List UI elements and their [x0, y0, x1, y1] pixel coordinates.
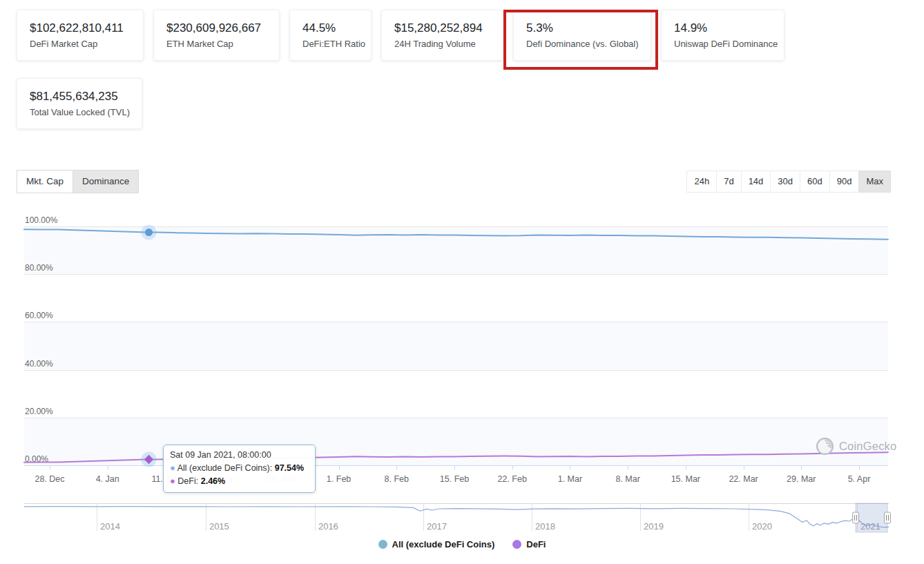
- stat-card-eth-market-cap: $230,609,926,667 ETH Market Cap: [153, 10, 280, 61]
- navigator-year-label: 2015: [209, 521, 229, 532]
- stat-label: 24H Trading Volume: [394, 37, 490, 51]
- stat-value: $81,455,634,235: [30, 88, 129, 106]
- stat-label: Total Value Locked (TVL): [30, 106, 129, 119]
- tooltip-series-value: 97.54%: [275, 463, 304, 473]
- stat-value: $15,280,252,894: [394, 20, 490, 37]
- y-axis-label: 40.00%: [25, 359, 53, 369]
- stat-card-defi-market-cap: $102,622,810,411 DeFi Market Cap: [17, 10, 144, 61]
- tooltip-series-label: DeFi:: [177, 476, 198, 486]
- tooltip-series-label: All (exclude DeFi Coins):: [177, 463, 273, 473]
- defi-dashboard: $102,622,810,411 DeFi Market Cap $230,60…: [0, 0, 924, 564]
- stat-cards-row-2: $81,455,634,235 Total Value Locked (TVL): [17, 78, 142, 129]
- tab-mkt-cap[interactable]: Mkt. Cap: [17, 170, 73, 193]
- navigator-handle-left[interactable]: [853, 512, 859, 523]
- x-axis-label: 4. Jan: [96, 474, 119, 484]
- stat-value: $102,622,810,411: [30, 20, 131, 37]
- watermark-text: CoinGecko: [839, 440, 896, 453]
- navigator-year-label: 2016: [318, 521, 338, 532]
- stat-card-total-value-locked: $81,455,634,235 Total Value Locked (TVL): [17, 78, 142, 129]
- tooltip-row-all: ● All (exclude DeFi Coins): 97.54%: [170, 462, 309, 475]
- series-bullet-defi: ●: [170, 476, 175, 486]
- tooltip-row-defi: ● DeFi: 2.46%: [170, 475, 309, 488]
- x-axis-label: 22. Mar: [729, 474, 758, 484]
- navigator-year-label: 2018: [535, 521, 555, 532]
- range-button-30d[interactable]: 30d: [770, 171, 800, 193]
- legend-dot-defi: [512, 540, 521, 549]
- x-axis-label: 5. Apr: [848, 474, 871, 484]
- navigator-year-label: 2019: [644, 521, 664, 532]
- x-axis-label: 22. Feb: [498, 474, 527, 484]
- stat-card-defi-dominance: 5.3% Defi Dominance (vs. Global): [513, 10, 651, 61]
- stat-card-uniswap-defi-dominance: 14.9% Uniswap DeFi Dominance: [661, 10, 785, 61]
- legend-item-defi[interactable]: DeFi: [512, 539, 546, 550]
- tooltip-date: Sat 09 Jan 2021, 08:00:00: [170, 449, 309, 462]
- stat-card-defi-eth-ratio: 44.5% DeFi:ETH Ratio: [289, 10, 372, 61]
- chart-type-tabs: Mkt. Cap Dominance: [17, 170, 139, 193]
- range-button-14d[interactable]: 14d: [741, 171, 771, 193]
- chart-tooltip: Sat 09 Jan 2021, 08:00:00 ● All (exclude…: [163, 445, 316, 493]
- stat-label: DeFi Market Cap: [30, 37, 131, 51]
- range-button-90d[interactable]: 90d: [829, 171, 860, 193]
- legend-item-all[interactable]: All (exclude DeFi Coins): [378, 539, 495, 550]
- range-button-7d[interactable]: 7d: [716, 171, 741, 193]
- stat-value: 44.5%: [302, 20, 358, 37]
- x-axis-label: 15. Mar: [671, 474, 700, 484]
- chart-legend: All (exclude DeFi Coins) DeFi: [0, 539, 924, 550]
- range-button-24h[interactable]: 24h: [686, 171, 717, 193]
- x-axis-label: 28. Dec: [35, 474, 64, 484]
- y-axis-label: 20.00%: [25, 407, 53, 416]
- range-selector: 24h 7d 14d 30d 60d 90d Max: [686, 171, 891, 193]
- legend-dot-all: [378, 540, 387, 549]
- y-axis-label: 80.00%: [25, 263, 53, 273]
- range-button-max[interactable]: Max: [858, 171, 891, 193]
- navigator-handle-right[interactable]: [884, 512, 890, 523]
- stat-label: ETH Market Cap: [166, 37, 267, 51]
- coingecko-logo-icon: [816, 437, 834, 456]
- legend-label: All (exclude DeFi Coins): [392, 539, 495, 550]
- x-axis-label: 29. Mar: [787, 474, 816, 484]
- y-axis-label: 100.00%: [25, 215, 58, 225]
- coingecko-watermark: CoinGecko: [816, 437, 896, 456]
- plot-band: [24, 322, 888, 369]
- x-axis-label: 15. Feb: [440, 474, 469, 484]
- stat-value: 14.9%: [674, 20, 771, 37]
- stat-label: Uniswap DeFi Dominance: [674, 37, 771, 51]
- navigator-selection[interactable]: [856, 503, 887, 532]
- x-axis-label: 8. Feb: [385, 474, 409, 484]
- stat-cards-row: $102,622,810,411 DeFi Market Cap $230,60…: [17, 10, 785, 61]
- series-bullet-all: ●: [170, 463, 175, 473]
- x-axis-label: 1. Feb: [327, 474, 351, 484]
- legend-label: DeFi: [526, 539, 546, 550]
- stat-label: DeFi:ETH Ratio: [302, 37, 358, 51]
- range-button-60d[interactable]: 60d: [800, 171, 830, 193]
- stat-label: Defi Dominance (vs. Global): [526, 37, 638, 51]
- navigator-year-label: 2014: [100, 521, 120, 532]
- stat-value: $230,609,926,667: [166, 20, 267, 37]
- navigator-year-label: 2020: [752, 521, 772, 532]
- x-axis-label: 1. Mar: [558, 474, 582, 484]
- stat-card-24h-trading-volume: $15,280,252,894 24H Trading Volume: [381, 10, 503, 61]
- navigator-year-label: 2017: [427, 521, 447, 532]
- marker-point-all[interactable]: [145, 228, 153, 236]
- stat-value: 5.3%: [526, 20, 638, 37]
- y-axis-label: 60.00%: [25, 311, 53, 320]
- tab-dominance[interactable]: Dominance: [73, 170, 139, 193]
- tooltip-series-value: 2.46%: [201, 476, 225, 486]
- x-axis-label: 8. Mar: [615, 474, 639, 484]
